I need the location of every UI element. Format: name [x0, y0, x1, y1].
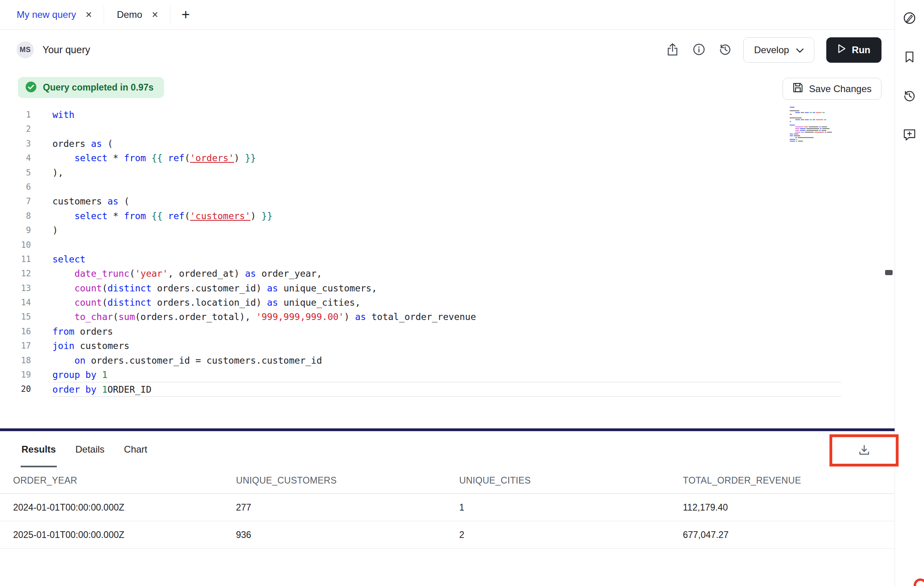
- code-token: total_order_revenue: [366, 312, 476, 322]
- line-number: 19: [0, 368, 31, 382]
- history-sidebar-button[interactable]: [902, 89, 918, 104]
- code-token: *: [107, 211, 124, 221]
- download-results-button[interactable]: [854, 441, 874, 460]
- table-cell: 677,047.27: [683, 530, 895, 540]
- share-button[interactable]: [665, 42, 680, 58]
- table-cell: 2024-01-01T00:00:00.000Z: [13, 502, 236, 513]
- code-line[interactable]: to_char(sum(orders.order_total), '999,99…: [52, 310, 895, 324]
- code-token: (: [118, 196, 130, 206]
- code-line[interactable]: group by 1: [52, 368, 895, 382]
- editor-minimap[interactable]: [790, 107, 833, 143]
- code-token: ): [344, 312, 355, 322]
- code-token: (: [130, 268, 135, 279]
- pen-circle-icon: [903, 12, 916, 26]
- code-line[interactable]: customers as (: [52, 194, 895, 208]
- line-number: 9: [0, 223, 31, 237]
- results-table-header: ORDER_YEAR UNIQUE_CUSTOMERS UNIQUE_CITIE…: [0, 467, 895, 494]
- code-line[interactable]: order by 1ORDER_ID: [52, 382, 841, 396]
- code-line[interactable]: orders as (: [52, 137, 895, 151]
- code-token: count: [74, 283, 102, 293]
- code-line[interactable]: on orders.customer_id = customers.custom…: [52, 353, 895, 368]
- code-line[interactable]: select * from {{ ref('customers') }}: [52, 209, 895, 223]
- code-token: [52, 283, 74, 293]
- code-token: (orders.order_total),: [135, 312, 256, 322]
- code-token: as: [107, 196, 118, 206]
- line-number: 13: [0, 281, 31, 295]
- panel-divider[interactable]: [0, 428, 895, 431]
- code-token: ),: [52, 168, 64, 178]
- code-token: from: [124, 153, 146, 163]
- code-line[interactable]: with: [52, 108, 895, 122]
- code-line[interactable]: select: [52, 252, 895, 266]
- table-cell: 1: [459, 502, 683, 513]
- version-history-button[interactable]: [717, 42, 733, 58]
- develop-dropdown[interactable]: Develop: [743, 37, 814, 63]
- code-token: ): [52, 225, 58, 235]
- code-editor[interactable]: 1234567891011121314151617181920 withorde…: [0, 108, 895, 397]
- info-button[interactable]: [691, 42, 707, 58]
- editor-gutter: 1234567891011121314151617181920: [0, 108, 31, 397]
- code-line[interactable]: date_trunc('year', ordered_at) as order_…: [52, 266, 895, 281]
- close-icon[interactable]: ×: [85, 10, 92, 20]
- code-line[interactable]: count(distinct orders.customer_id) as un…: [52, 281, 895, 295]
- code-token: orders.customer_id = customers.customer_…: [85, 355, 322, 366]
- tab-results[interactable]: Results: [21, 431, 56, 467]
- code-line[interactable]: from orders: [52, 324, 895, 339]
- chat-plus-icon: [903, 129, 916, 142]
- code-line[interactable]: [52, 122, 895, 136]
- play-icon: [837, 44, 846, 56]
- code-token: orders.location_id): [151, 297, 267, 308]
- code-line[interactable]: count(distinct orders.location_id) as un…: [52, 295, 895, 310]
- tab-separator: [170, 6, 170, 23]
- bookmark-button[interactable]: [902, 50, 918, 66]
- code-token: as: [267, 297, 278, 308]
- code-token: as: [267, 283, 278, 293]
- download-icon: [858, 444, 870, 457]
- results-tab-bar: Results Details Chart: [0, 431, 895, 467]
- table-cell: 277: [236, 502, 459, 513]
- code-token: (: [102, 139, 113, 149]
- line-number: 1: [0, 108, 31, 122]
- close-icon[interactable]: ×: [152, 10, 158, 20]
- right-sidebar: [895, 0, 924, 586]
- scrollbar-thumb[interactable]: [885, 270, 893, 275]
- new-tab-button[interactable]: +: [182, 8, 190, 22]
- table-cell: 112,179.40: [683, 502, 895, 513]
- code-token: , ordered_at): [168, 268, 245, 279]
- save-changes-button[interactable]: Save Changes: [783, 78, 881, 100]
- feedback-button[interactable]: [902, 127, 918, 143]
- ref-link[interactable]: 'customers': [190, 211, 250, 221]
- code-token: count: [74, 297, 102, 308]
- table-cell: 2: [459, 530, 683, 540]
- chevron-down-icon: [796, 44, 804, 56]
- code-line[interactable]: [52, 238, 895, 252]
- code-token: (: [102, 297, 108, 308]
- code-token: {{: [151, 211, 162, 221]
- line-number: 15: [0, 310, 31, 324]
- tab-my-new-query[interactable]: My new query ×: [0, 0, 104, 29]
- code-line[interactable]: select * from {{ ref('orders') }}: [52, 151, 895, 165]
- code-token: join: [52, 341, 74, 351]
- code-line[interactable]: ),: [52, 166, 895, 180]
- column-header: UNIQUE_CUSTOMERS: [236, 475, 459, 486]
- tab-details[interactable]: Details: [75, 431, 104, 467]
- code-line[interactable]: [52, 180, 895, 194]
- tab-demo[interactable]: Demo ×: [104, 0, 170, 29]
- line-number: 5: [0, 166, 31, 180]
- line-number: 12: [0, 266, 31, 281]
- line-number: 6: [0, 180, 31, 194]
- ref-link[interactable]: 'orders': [190, 153, 234, 163]
- code-line[interactable]: ): [52, 223, 895, 237]
- tab-chart[interactable]: Chart: [124, 431, 147, 467]
- copilot-button[interactable]: [902, 11, 918, 27]
- code-token: }}: [261, 211, 273, 221]
- line-number: 20: [0, 382, 31, 396]
- check-circle-icon: [25, 81, 37, 94]
- line-number: 3: [0, 137, 31, 151]
- code-line[interactable]: join customers: [52, 339, 895, 353]
- code-token: unique_customers,: [278, 283, 377, 293]
- develop-label: Develop: [754, 44, 789, 56]
- code-token: order by: [52, 384, 97, 395]
- line-number: 11: [0, 252, 31, 266]
- run-button[interactable]: Run: [826, 37, 881, 63]
